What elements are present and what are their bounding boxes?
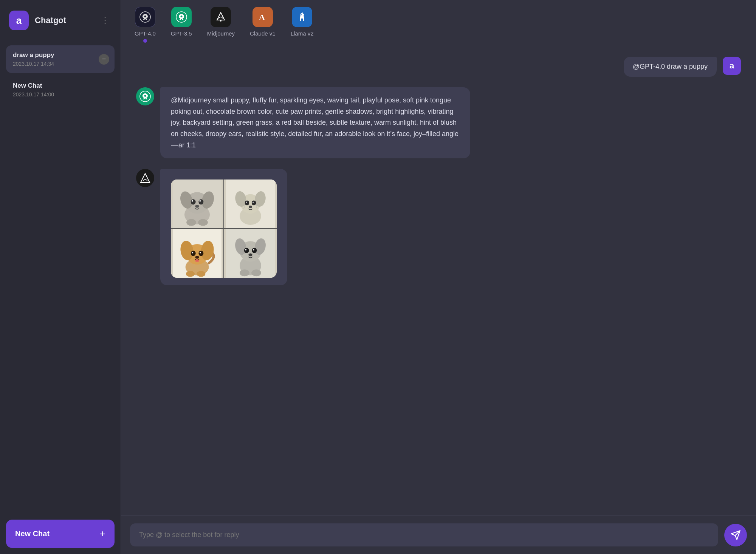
svg-point-42 [195,259,199,262]
app-title: Chatgot [35,15,93,25]
svg-point-54 [248,254,252,257]
remove-chat-button[interactable]: − [99,54,109,65]
tab-gpt4[interactable]: GPT-4.0 [135,7,156,43]
svg-point-52 [245,249,246,251]
svg-point-29 [246,202,247,203]
tab-claude[interactable]: A Claude v1 [250,7,276,43]
svg-point-41 [195,256,199,259]
svg-point-38 [198,251,203,256]
svg-point-31 [249,206,252,208]
puppy-image-grid [171,180,277,278]
svg-point-53 [253,249,254,251]
svg-point-43 [186,271,195,277]
tab-midjourney[interactable]: Midjourney [207,7,235,43]
svg-text:A: A [259,12,265,22]
user-message-bubble: @GPT-4.0 draw a puppy [624,57,717,77]
sidebar-header: a Chatgot ⋮ [0,0,121,41]
chat-item-date: 2023.10.17 14:34 [13,61,108,67]
chat-item-title: draw a puppy [13,51,108,59]
model-tabs: GPT-4.0 GPT-3.5 Midjourney [121,0,756,43]
midjourney-message-bubble [160,169,287,285]
svg-point-20 [186,219,196,226]
svg-point-18 [199,200,201,202]
gpt-bot-avatar [136,87,154,105]
svg-point-15 [191,200,196,205]
midjourney-icon [211,7,231,27]
chat-item-title: New Chat [13,82,108,90]
svg-point-8 [144,95,146,97]
gpt35-icon [171,7,192,27]
model-name-midjourney: Midjourney [207,30,235,37]
svg-point-9 [145,182,146,183]
gpt-message-bubble: @Midjourney small puppy, fluffy fur, spa… [160,87,470,158]
svg-point-30 [253,202,254,203]
gpt4-icon [135,7,155,27]
svg-point-55 [240,270,249,277]
svg-point-3 [180,15,182,17]
puppy-image-3 [171,229,223,278]
model-name-claude: Claude v1 [250,30,276,37]
tab-llama[interactable]: Llama v2 [291,7,314,43]
chat-item[interactable]: New Chat 2023.10.17 14:00 [6,76,115,104]
svg-point-51 [252,248,257,253]
svg-point-44 [197,271,205,277]
svg-point-19 [195,205,199,208]
tab-gpt35[interactable]: GPT-3.5 [171,7,192,43]
bot-message-row-gpt: @Midjourney small puppy, fluffy fur, spa… [136,87,741,158]
puppy-image-1 [171,180,223,228]
svg-point-6 [301,14,302,15]
input-bar [121,515,756,554]
model-name-gpt4: GPT-4.0 [135,30,156,37]
llama-icon [292,7,312,27]
svg-point-37 [191,251,196,256]
user-avatar: a [723,57,741,75]
svg-point-17 [192,200,193,202]
bot-message-row-midjourney [136,169,741,285]
midjourney-bot-avatar [136,169,154,187]
new-chat-button[interactable]: New Chat + [6,520,115,548]
sidebar: a Chatgot ⋮ draw a puppy 2023.10.17 14:3… [0,0,121,554]
plus-icon: + [100,528,105,540]
chat-item[interactable]: draw a puppy 2023.10.17 14:34 − [6,45,115,73]
main-panel: GPT-4.0 GPT-3.5 Midjourney [121,0,756,554]
chat-area: @GPT-4.0 draw a puppy a @Midjourney smal… [121,43,756,515]
chat-list: draw a puppy 2023.10.17 14:34 − New Chat… [0,41,121,514]
chat-item-date: 2023.10.17 14:00 [13,91,108,97]
send-icon [730,530,741,540]
menu-dots-icon[interactable]: ⋮ [99,13,112,28]
app-logo: a [9,11,29,30]
claude-icon: A [253,7,273,27]
svg-point-39 [192,252,193,254]
svg-point-27 [245,201,249,206]
svg-point-40 [200,252,201,254]
send-button[interactable] [724,524,747,546]
chat-input[interactable] [130,523,718,546]
model-name-llama: Llama v2 [291,30,314,37]
svg-point-50 [244,248,249,253]
svg-point-28 [252,201,256,206]
user-message-row: @GPT-4.0 draw a puppy a [136,57,741,77]
puppy-image-4 [224,229,277,278]
svg-point-56 [251,270,261,277]
svg-point-16 [198,200,203,205]
model-name-gpt35: GPT-3.5 [171,30,192,37]
puppy-image-2 [224,180,277,228]
svg-point-1 [144,15,146,17]
new-chat-label: New Chat [15,529,50,538]
svg-point-21 [198,219,208,226]
svg-point-4 [220,20,222,22]
